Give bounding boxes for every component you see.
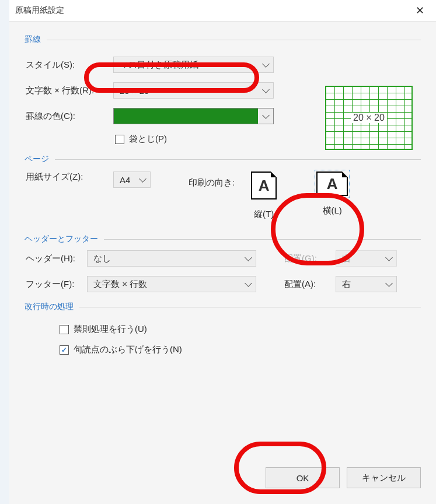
chevron-down-icon — [262, 86, 270, 93]
orientation-landscape[interactable]: A 横(L) — [316, 172, 348, 216]
chevron-down-icon — [385, 279, 393, 287]
color-swatch-arrow-box — [258, 108, 273, 124]
checkbox-hang[interactable] — [60, 345, 69, 355]
row-footer: フッター(F): 文字数 × 行数 配置(A): 右 — [25, 276, 421, 292]
dialog-body: 罫線 スタイル(S): マス目付き原稿用紙 文字数 × 行数(R): 20 × … — [9, 22, 436, 504]
label-orientation: 印刷の向き: — [189, 172, 235, 188]
group-label-gridlines: 罫線 — [25, 34, 421, 45]
orientation-A-glyph: A — [259, 177, 270, 195]
dropdown-header-align-value: 右 — [342, 253, 351, 264]
dropdown-style[interactable]: マス目付き原稿用紙 — [113, 57, 274, 73]
group-label-header-footer-text: ヘッダーとフッター — [25, 234, 98, 244]
group-label-linebreak-text: 改行時の処理 — [25, 302, 74, 312]
dogear-icon — [342, 172, 348, 177]
group-label-linebreak: 改行時の処理 — [25, 302, 421, 312]
dropdown-header-value: なし — [93, 253, 111, 264]
divider — [104, 239, 421, 240]
dropdown-header-align: 右 — [336, 250, 397, 267]
chevron-down-icon — [385, 254, 393, 261]
dropdown-footer-align[interactable]: 右 — [336, 276, 397, 292]
label-header-align: 配置(G): — [284, 253, 336, 264]
dialog-title: 原稿用紙設定 — [15, 5, 64, 16]
grid-preview: 20 × 20 — [325, 86, 413, 150]
chevron-down-icon — [245, 279, 252, 287]
row-style: スタイル(S): マス目付き原稿用紙 — [25, 57, 421, 73]
dropdown-footer-align-value: 右 — [342, 279, 351, 290]
label-footer-align: 配置(A): — [284, 279, 336, 290]
checkbox-kinsoku[interactable] — [60, 325, 69, 334]
label-paper-size: 用紙サイズ(Z): — [25, 172, 113, 183]
app-sidebar — [0, 0, 9, 504]
close-icon[interactable]: ✕ — [412, 4, 428, 17]
orientation-portrait-label: 縦(T) — [254, 209, 274, 220]
dropdown-footer-value: 文字数 × 行数 — [93, 279, 147, 290]
group-label-header-footer: ヘッダーとフッター — [25, 234, 421, 244]
label-fold: 袋とじ(P) — [129, 134, 167, 145]
orientation-portrait-icon: A — [251, 172, 277, 200]
dropdown-paper-size-value: A4 — [120, 175, 130, 185]
dropdown-style-value: マス目付き原稿用紙 — [120, 60, 198, 71]
group-label-gridlines-text: 罫線 — [25, 34, 41, 45]
dropdown-line-color[interactable] — [113, 108, 274, 124]
orientation-landscape-icon: A — [316, 172, 348, 196]
group-label-page: ページ — [25, 154, 421, 164]
row-page: 用紙サイズ(Z): A4 印刷の向き: A 縦(T) A 横(L) — [25, 172, 421, 220]
checkbox-row-hang: 句読点のぶら下げを行う(N) — [60, 344, 421, 355]
grid-preview-text: 20 × 20 — [351, 113, 387, 123]
dropdown-chars-rows[interactable]: 20 × 20 — [113, 82, 274, 99]
title-bar: 原稿用紙設定 ✕ — [9, 0, 436, 22]
button-row: OK キャンセル — [266, 467, 421, 488]
checkbox-fold[interactable] — [115, 135, 124, 144]
divider — [47, 40, 421, 40]
label-chars-rows: 文字数 × 行数(R): — [25, 85, 113, 96]
label-header: ヘッダー(H): — [25, 253, 87, 264]
checkbox-row-kinsoku: 禁則処理を行う(U) — [60, 324, 421, 335]
divider — [79, 307, 421, 307]
divider — [55, 159, 421, 160]
chevron-down-icon — [262, 60, 270, 68]
chevron-down-icon — [245, 254, 252, 261]
orientation-portrait[interactable]: A 縦(T) — [251, 172, 277, 220]
label-line-color: 罫線の色(C): — [25, 111, 113, 122]
label-style: スタイル(S): — [25, 60, 113, 71]
dropdown-paper-size[interactable]: A4 — [113, 172, 151, 188]
orientation-A-glyph: A — [327, 175, 338, 193]
chevron-down-icon — [262, 111, 270, 119]
genkouyoushi-settings-dialog: 原稿用紙設定 ✕ 罫線 スタイル(S): マス目付き原稿用紙 文字数 × 行数(… — [9, 0, 436, 504]
row-header: ヘッダー(H): なし 配置(G): 右 — [25, 250, 421, 267]
orientation-landscape-label: 横(L) — [323, 205, 342, 216]
color-swatch-fill — [114, 108, 258, 124]
label-kinsoku: 禁則処理を行う(U) — [74, 324, 147, 335]
dropdown-header[interactable]: なし — [87, 250, 256, 267]
label-footer: フッター(F): — [25, 279, 87, 290]
ok-button[interactable]: OK — [266, 467, 340, 488]
label-hang: 句読点のぶら下げを行う(N) — [74, 344, 182, 355]
chevron-down-icon — [139, 175, 147, 183]
dogear-icon — [271, 172, 277, 177]
dropdown-footer[interactable]: 文字数 × 行数 — [87, 276, 256, 292]
dropdown-chars-rows-value: 20 × 20 — [120, 86, 149, 96]
cancel-button[interactable]: キャンセル — [347, 467, 421, 488]
group-label-page-text: ページ — [25, 154, 49, 164]
